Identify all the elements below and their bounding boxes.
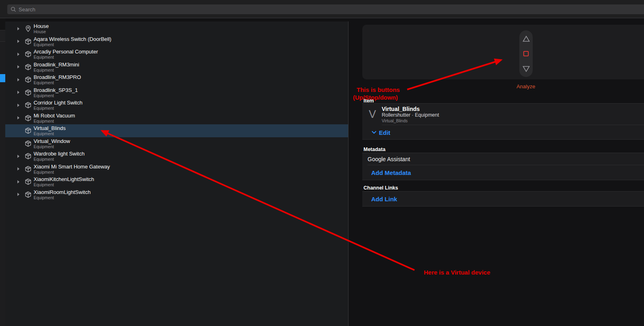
tree-item-label: Virtual_Blinds: [34, 125, 66, 131]
item-name: Virtual_Blinds: [382, 106, 439, 112]
down-triangle-icon: [522, 66, 530, 72]
analyze-button[interactable]: Analyze: [497, 83, 554, 89]
tree-row[interactable]: Mi Robot Vacuum Equipment: [5, 112, 348, 125]
tree-item-label: Broadlink_SP3S_1: [34, 87, 78, 93]
rollershutter-control: [519, 30, 533, 77]
rail-scroll-indicator[interactable]: [0, 74, 5, 82]
item-row[interactable]: V Virtual_Blinds Rollershutter · Equipme…: [362, 104, 644, 125]
add-link-button[interactable]: Add Link: [362, 192, 644, 206]
tree-item-label: Broadlink_RM3mini: [34, 62, 79, 68]
equipment-icon: [25, 178, 32, 185]
tree-item-label: Wardrobe light Switch: [34, 151, 85, 157]
tree-row[interactable]: Aqara Wireless Switch (DoorBell) Equipme…: [5, 35, 348, 48]
tree-item-type: Equipment: [34, 119, 75, 124]
tree-row[interactable]: XiaomiRoomLightSwitch Equipment: [5, 188, 348, 201]
left-rail-segment: [0, 18, 5, 30]
equipment-icon: [25, 64, 32, 70]
tree-row[interactable]: Arcadiy Personal Computer Equipment: [5, 48, 348, 61]
tree-item-type: House: [34, 29, 49, 34]
tree-row[interactable]: Broadlink_SP3S_1 Equipment: [5, 86, 348, 99]
metadata-section-title: Metadata: [363, 147, 385, 152]
tree-item-label: Mi Robot Vacuum: [34, 113, 75, 119]
disclosure-arrow-icon[interactable]: [17, 27, 21, 30]
disclosure-arrow-icon[interactable]: [17, 65, 21, 68]
equipment-icon: [25, 89, 32, 96]
item-block: V Virtual_Blinds Rollershutter · Equipme…: [362, 103, 644, 140]
tree-item-label: Corridor Light Switch: [34, 100, 83, 106]
equipment-icon: [25, 38, 32, 45]
tree-item-type: Equipment: [34, 131, 66, 136]
add-metadata-button[interactable]: Add Metadata: [362, 165, 644, 180]
tree-item-label: Xiaomi Mi Smart Home Gateway: [34, 164, 110, 170]
tree-item-label: Aqara Wireless Switch (DoorBell): [34, 36, 111, 42]
disclosure-arrow-icon[interactable]: [17, 91, 21, 94]
item-id: Virtual_Blinds: [382, 118, 439, 123]
left-rail-segment: [0, 31, 5, 42]
stop-button[interactable]: [521, 49, 531, 59]
search-box[interactable]: [7, 4, 644, 14]
tree-row[interactable]: Virtual_Window Equipment: [5, 137, 348, 150]
disclosure-arrow-icon[interactable]: [17, 116, 21, 119]
model-tree: House House Aqara Wireless Switch (DoorB…: [5, 21, 349, 326]
edit-label: Edit: [379, 129, 390, 136]
tree-row[interactable]: Xiaomi Mi Smart Home Gateway Equipment: [5, 163, 348, 176]
down-button[interactable]: [521, 64, 531, 74]
tree-item-type: Equipment: [34, 42, 111, 47]
edit-button[interactable]: Edit: [362, 125, 644, 140]
tree-item-label: House: [34, 23, 49, 29]
channel-links-block: Add Link: [362, 191, 644, 207]
equipment-icon: [25, 127, 32, 134]
equipment-icon: [25, 191, 32, 198]
tree-item-type: Equipment: [34, 80, 81, 85]
disclosure-arrow-icon[interactable]: [17, 180, 21, 183]
openhab-admin-page: House House Aqara Wireless Switch (DoorB…: [0, 0, 644, 326]
tree-item-type: Equipment: [34, 195, 91, 200]
tree-item-label: XiaomiRoomLightSwitch: [34, 189, 91, 195]
topbar: [0, 0, 644, 18]
tree-item-type: Equipment: [34, 170, 110, 175]
up-button[interactable]: [521, 34, 531, 43]
search-icon: [11, 6, 16, 12]
equipment-icon: [25, 51, 32, 58]
tree-row[interactable]: Corridor Light Switch Equipment: [5, 99, 348, 112]
tree-item-type: Equipment: [34, 144, 70, 149]
tree-row[interactable]: Broadlink_RM3mini Equipment: [5, 61, 348, 74]
house-icon: [25, 25, 32, 32]
item-section-title: Item: [363, 98, 374, 104]
tree-item-type: Equipment: [34, 182, 94, 187]
item-type-tags: Rollershutter · Equipment: [382, 112, 439, 118]
tree-item-label: Broadlink_RM3PRO: [34, 74, 81, 80]
equipment-icon: [25, 166, 32, 173]
tree-item-label: XiaomiKitchenLightSwitch: [34, 176, 94, 182]
disclosure-arrow-icon[interactable]: [17, 167, 21, 170]
tree-item-type: Equipment: [34, 68, 79, 72]
tree-row[interactable]: XiaomiKitchenLightSwitch Equipment: [5, 175, 348, 188]
disclosure-arrow-icon[interactable]: [17, 155, 21, 158]
equipment-icon: [25, 76, 32, 83]
tree-row[interactable]: Virtual_Blinds Equipment: [5, 124, 348, 137]
tree-item-label: Virtual_Window: [34, 138, 70, 144]
item-letter-icon: V: [366, 108, 378, 121]
up-triangle-icon: [522, 35, 530, 42]
chevron-down-icon: [372, 131, 376, 134]
tree-item-type: Equipment: [34, 106, 83, 111]
equipment-icon: [25, 115, 32, 121]
disclosure-arrow-icon[interactable]: [17, 53, 21, 56]
tree-item-label: Arcadiy Personal Computer: [34, 49, 98, 55]
disclosure-arrow-icon[interactable]: [17, 40, 21, 43]
metadata-namespace-row[interactable]: Google Assistant: [362, 153, 644, 165]
equipment-icon: [25, 153, 32, 160]
equipment-icon: [25, 102, 32, 109]
disclosure-arrow-icon[interactable]: [17, 104, 21, 107]
metadata-rows: Google Assistant: [362, 153, 644, 165]
tree-item-type: Equipment: [34, 93, 78, 98]
tree-item-type: Equipment: [34, 55, 98, 60]
tree-row[interactable]: Broadlink_RM3PRO Equipment: [5, 73, 348, 86]
search-input[interactable]: [19, 6, 181, 13]
disclosure-arrow-icon[interactable]: [17, 193, 21, 196]
tree-row[interactable]: House House: [5, 22, 348, 35]
disclosure-arrow-icon[interactable]: [17, 78, 21, 81]
left-rail: [0, 18, 5, 326]
channel-links-section-title: Channel Links: [363, 185, 398, 191]
tree-row[interactable]: Wardrobe light Switch Equipment: [5, 150, 348, 163]
